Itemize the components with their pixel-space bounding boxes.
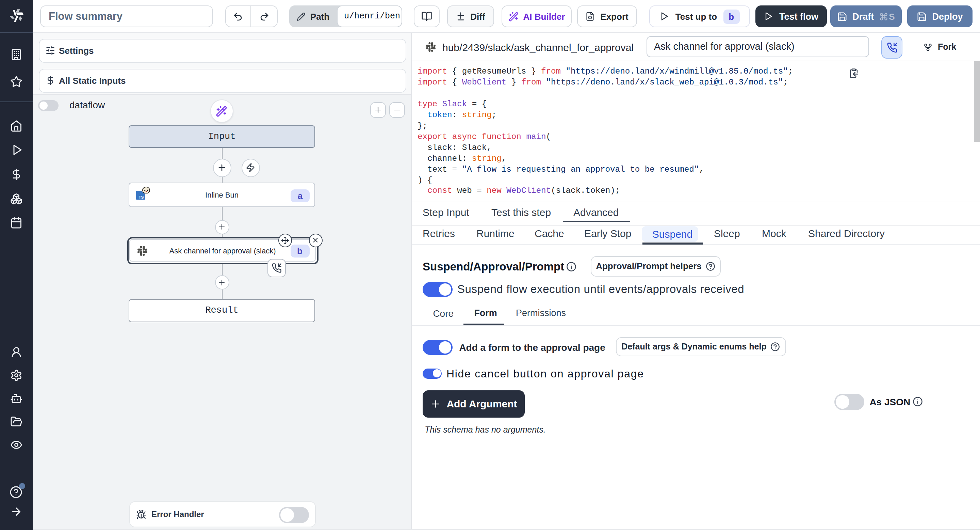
svg-text:TS: TS [138,195,143,199]
